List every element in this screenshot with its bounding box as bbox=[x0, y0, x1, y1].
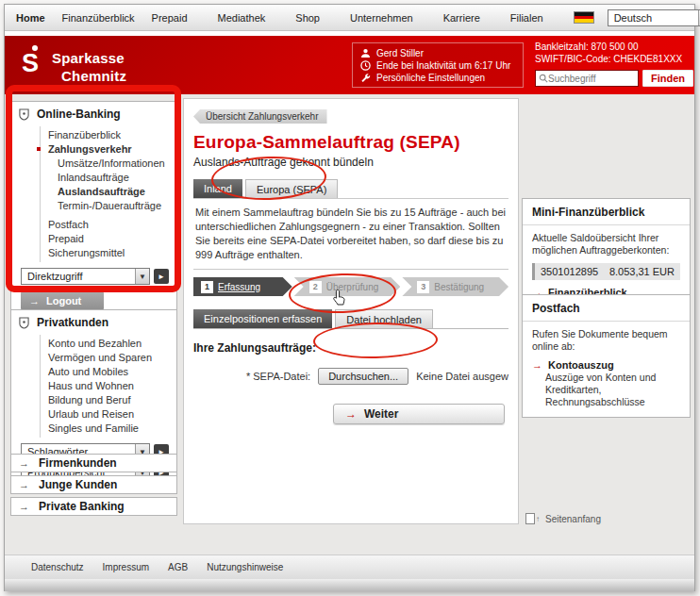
content-panel: Übersicht Zahlungsverkehr Europa-Sammela… bbox=[183, 98, 519, 524]
arrow-right-icon: → bbox=[19, 479, 29, 490]
sidebar-item-sicherungsmittel[interactable]: Sicherungsmittel bbox=[48, 246, 176, 260]
browser-viewport: Home Finanzüberblick Prepaid Mediathek S… bbox=[4, 4, 695, 591]
sidebar-item-inlandsauftraege[interactable]: Inlandsaufträge bbox=[58, 171, 176, 185]
language-select-value: Deutsch bbox=[608, 12, 698, 24]
direktzugriff-select-value: Direktzugriff bbox=[22, 271, 135, 282]
footer-link-agb[interactable]: AGB bbox=[168, 562, 188, 572]
sidebar-item-junge-kunden[interactable]: → Junge Kunden bbox=[10, 475, 177, 494]
sparkasse-logo[interactable]: S Sparkasse Chemnitz bbox=[22, 43, 126, 85]
subtab-einzelpositionen[interactable]: Einzelpositionen erfassen bbox=[193, 309, 332, 328]
arrow-right-icon: → bbox=[29, 295, 40, 306]
search-icon bbox=[539, 74, 548, 83]
page-title: Europa-Sammelauftrag (SEPA) bbox=[193, 132, 508, 153]
step-erfassung: 1 Erfassung bbox=[193, 277, 292, 296]
window-bottom-edge bbox=[5, 579, 694, 591]
sidebar-item-firmenkunden[interactable]: → Firmenkunden bbox=[10, 454, 177, 472]
info-text: Mit einem Sammelauftrag bündeln Sie bis … bbox=[193, 198, 508, 270]
chevron-down-icon[interactable]: ▼ bbox=[135, 269, 149, 284]
breadcrumb[interactable]: Übersicht Zahlungsverkehr bbox=[193, 109, 327, 124]
sidebar-item-postfach[interactable]: Postfach bbox=[48, 218, 176, 232]
weiter-button[interactable]: → Weiter bbox=[333, 404, 505, 424]
nav-unternehmen[interactable]: Unternehmen bbox=[350, 12, 413, 24]
go-arrow-button[interactable]: ► bbox=[154, 269, 169, 284]
kontoauszug-link[interactable]: → Kontoauszug bbox=[532, 359, 680, 371]
red-bullet-icon bbox=[37, 147, 41, 151]
arrow-right-icon: → bbox=[345, 407, 357, 421]
page-body: Online-Banking Finanzüberblick Zahlungsv… bbox=[5, 94, 694, 555]
online-banking-title: Online-Banking bbox=[37, 108, 121, 121]
postfach-title: Postfach bbox=[523, 295, 690, 322]
sparkasse-s-icon: S bbox=[22, 43, 42, 81]
search-box bbox=[535, 70, 639, 87]
session-box: Gerd Stiller Ende bei Inaktivität um 6:1… bbox=[352, 42, 524, 88]
nav-shop[interactable]: Shop bbox=[295, 12, 320, 24]
session-timeout: Ende bei Inaktivität um 6:17 Uhr bbox=[376, 59, 510, 72]
no-file-selected-text: Keine Datei ausgew bbox=[416, 371, 508, 382]
sidebar-item-bildung-beruf[interactable]: Bildung und Beruf bbox=[48, 393, 176, 407]
nav-mediathek[interactable]: Mediathek bbox=[218, 12, 266, 24]
sepa-file-label: * SEPA-Datei: bbox=[193, 371, 318, 382]
arrow-right-icon: → bbox=[19, 501, 29, 512]
postfach-panel: Postfach Rufen Sie Dokumente bequem onli… bbox=[522, 294, 691, 418]
arrow-right-icon: → bbox=[19, 457, 29, 469]
tab-inland[interactable]: Inland bbox=[193, 179, 242, 198]
language-select[interactable]: Deutsch ▼ bbox=[608, 9, 700, 26]
footer: Datenschutz Impressum AGB Nutzungshinwei… bbox=[5, 555, 694, 579]
back-to-top-link[interactable]: Seitenanfang bbox=[525, 513, 601, 524]
footer-link-datenschutz[interactable]: Datenschutz bbox=[31, 562, 84, 572]
step-ueberpruefung: 2 Überprüfung bbox=[294, 277, 401, 296]
footer-link-nutzungshinweise[interactable]: Nutzungshinweise bbox=[207, 562, 283, 572]
swift-code: SWIFT/BIC-Code: CHEKDE81XXX bbox=[535, 53, 688, 65]
online-banking-panel: Online-Banking Finanzüberblick Zahlungsv… bbox=[10, 101, 177, 319]
page-subtitle: Auslands-Aufträge gekonnt bündeln bbox=[193, 156, 508, 169]
nav-karriere[interactable]: Karriere bbox=[443, 12, 480, 24]
nav-finanzueberblick[interactable]: Finanzüberblick bbox=[62, 12, 135, 24]
account-balance: 8.053,31 EUR bbox=[609, 266, 675, 277]
personal-settings-link[interactable]: Persönliche Einstellungen bbox=[376, 72, 485, 84]
brand-city: Chemnitz bbox=[52, 67, 126, 85]
bank-code: Bankleitzahl: 870 500 00 bbox=[535, 41, 688, 53]
account-number: 3501012895 bbox=[541, 266, 598, 277]
privatkunden-title: Privatkunden bbox=[37, 316, 108, 329]
sidebar-item-zahlungsverkehr[interactable]: Zahlungsverkehr bbox=[48, 142, 176, 157]
sidebar-item-umsaetze[interactable]: Umsätze/Informationen bbox=[58, 157, 176, 171]
sidebar-item-prepaid[interactable]: Prepaid bbox=[48, 232, 176, 246]
account-row[interactable]: 3501012895 8.053,31 EUR bbox=[532, 263, 680, 280]
nav-filialen[interactable]: Filialen bbox=[510, 12, 543, 24]
utility-bar: Home Finanzüberblick Prepaid Mediathek S… bbox=[5, 5, 694, 31]
shield-icon bbox=[19, 108, 29, 121]
logout-button[interactable]: → Logout bbox=[21, 291, 104, 310]
session-user: Gerd Stiller bbox=[376, 47, 424, 59]
wrench-icon bbox=[360, 73, 371, 83]
arrow-right-icon: → bbox=[532, 359, 542, 371]
sidebar-item-singles-familie[interactable]: Singles und Familie bbox=[48, 422, 176, 436]
mini-finanz-title: Mini-Finanzüberblick bbox=[523, 199, 690, 225]
direktzugriff-select[interactable]: Direktzugriff ▼ bbox=[21, 268, 150, 285]
mini-finanzueberblick-panel: Mini-Finanzüberblick Aktuelle Saldoübers… bbox=[522, 198, 691, 307]
search-submit-button[interactable]: Finden bbox=[642, 70, 693, 87]
tab-europa-sepa[interactable]: Europa (SEPA) bbox=[245, 179, 338, 198]
sidebar-item-vermoegen-sparen[interactable]: Vermögen und Sparen bbox=[48, 351, 176, 365]
sidebar-item-konto-bezahlen[interactable]: Konto und Bezahlen bbox=[48, 337, 176, 351]
postfach-desc: Rufen Sie Dokumente bequem online ab: bbox=[532, 328, 680, 353]
sidebar-item-haus-wohnen[interactable]: Haus und Wohnen bbox=[48, 379, 176, 393]
sidebar-item-termin-dauerauftraege[interactable]: Termin-/Daueraufträge bbox=[58, 199, 176, 213]
shield-icon bbox=[19, 317, 29, 329]
sidebar-item-auslandsauftraege[interactable]: Auslandsaufträge bbox=[58, 185, 176, 199]
sidebar-item-finanzueberblick[interactable]: Finanzüberblick bbox=[48, 128, 176, 142]
sidebar-item-private-banking[interactable]: → Private Banking bbox=[10, 497, 177, 516]
user-icon bbox=[360, 48, 371, 58]
german-flag-icon bbox=[574, 11, 594, 24]
sidebar-item-urlaub-reisen[interactable]: Urlaub und Reisen bbox=[48, 407, 176, 422]
sidebar-item-auto-mobiles[interactable]: Auto und Mobiles bbox=[48, 365, 176, 379]
nav-prepaid[interactable]: Prepaid bbox=[152, 12, 188, 24]
browse-file-button[interactable]: Durchsuchen... bbox=[318, 368, 408, 385]
nav-home[interactable]: Home bbox=[16, 12, 45, 24]
footer-link-impressum[interactable]: Impressum bbox=[103, 562, 149, 572]
page-up-icon bbox=[525, 513, 535, 524]
brand-name: Sparkasse bbox=[52, 49, 126, 67]
step-bestaetigung: 3 Bestätigung bbox=[402, 277, 508, 296]
form-section-label: Ihre Zahlungsaufträge: bbox=[193, 341, 508, 355]
subtab-datei-hochladen[interactable]: Datei hochladen bbox=[335, 309, 433, 328]
search-input[interactable] bbox=[548, 74, 629, 84]
